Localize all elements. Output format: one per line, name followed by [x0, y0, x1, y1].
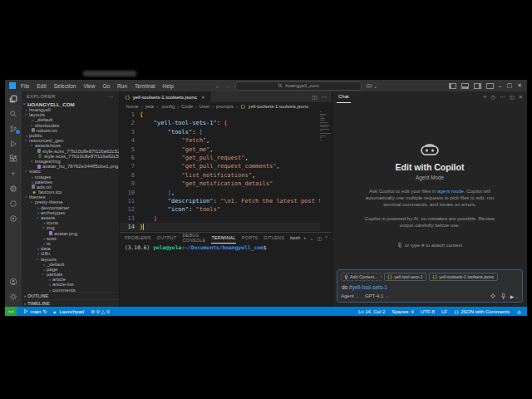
tools-icon[interactable]: [490, 293, 496, 299]
breadcrumb-item[interactable]: User: [200, 104, 209, 109]
back-icon[interactable]: ←: [215, 83, 221, 89]
menu-edit[interactable]: Edit: [37, 83, 46, 89]
maximize-panel-icon[interactable]: ^: [325, 235, 328, 240]
chevron-icon: ›: [32, 175, 33, 180]
chat-disclaimer: Copilot is powered by AI, so mistakes ar…: [358, 215, 501, 229]
split-editor-icon[interactable]: ◫: [312, 94, 317, 101]
open-in-editor-icon[interactable]: ◫: [509, 94, 514, 101]
text-cursor: [143, 224, 144, 230]
code-editor[interactable]: 1{2 "yell-tool-sets-1": {3 "tools": [4 "…: [120, 110, 332, 232]
paperclip-icon: [397, 242, 402, 249]
git-branch-item[interactable]: main ↻: [23, 308, 47, 314]
breadcrumb-file[interactable]: yell-toolsets-1.toolsets.jsonc: [249, 104, 309, 109]
toggle-primary-sidebar-icon[interactable]: [449, 83, 456, 89]
close-chat-icon[interactable]: ✕: [519, 94, 523, 101]
shell-label[interactable]: bash: [290, 235, 300, 240]
toggle-panel-icon[interactable]: [461, 83, 469, 89]
status-bar-right: Ln 14, Col 2 Spaces: 4 UTF-8 LF {}JSON w…: [358, 308, 522, 315]
new-terminal-icon[interactable]: +: [303, 235, 307, 240]
workspace-root-folder[interactable]: › HOANGYELL_COM: [22, 101, 119, 107]
command-center: ← → hoangyell_com ⌄: [215, 81, 377, 90]
close-tab-icon[interactable]: ✕: [201, 95, 205, 100]
problems-item[interactable]: ⊘0△0: [91, 308, 109, 314]
settings-gear-icon[interactable]: [9, 292, 18, 301]
minimap[interactable]: [320, 111, 331, 141]
restore-button[interactable]: ▢: [507, 82, 513, 89]
extensions-icon[interactable]: [9, 154, 18, 163]
mode-picker[interactable]: Agent⌄: [341, 293, 359, 298]
outline-section[interactable]: › OUTLINE: [22, 292, 119, 299]
file-icon: [32, 128, 35, 132]
timeline-section[interactable]: › TIMELINE: [22, 299, 119, 307]
explorer-icon[interactable]: [9, 94, 18, 103]
breadcrumb-item[interactable]: prompts: [216, 104, 234, 109]
chevron-icon: ›: [42, 273, 47, 275]
menu-selection[interactable]: Selection: [54, 83, 76, 89]
workspace-name: hoangyell_com: [285, 83, 318, 88]
agent-mode-link[interactable]: agent mode: [437, 189, 464, 194]
circle-view-icon-1[interactable]: [9, 199, 18, 208]
notifications-bell-icon[interactable]: [516, 308, 522, 315]
forward-icon[interactable]: →: [225, 83, 231, 89]
context-pill-yell-toolsets-1.toolsets.jsonc[interactable]: {}yell-toolsets-1.toolsets.jsonc: [429, 273, 498, 281]
chevron-icon: ›: [43, 220, 45, 225]
new-chat-icon[interactable]: +: [483, 94, 486, 100]
account-icon[interactable]: [9, 277, 18, 286]
terminal[interactable]: (3.10.6) yela@yela:~/Documents/hoangyell…: [120, 243, 332, 307]
search-icon: [278, 83, 283, 88]
source-control-icon[interactable]: [9, 124, 18, 133]
minimize-button[interactable]: –: [499, 83, 502, 89]
toolset-reference: #yell-tool-sets-1: [349, 284, 387, 290]
file-icon: {}: [37, 154, 42, 158]
menu-view[interactable]: View: [83, 83, 95, 89]
breadcrumb-item[interactable]: Code: [181, 104, 193, 109]
more-actions-icon[interactable]: ⋯: [500, 94, 505, 101]
launchpad-item[interactable]: ▲Launchpad: [53, 309, 84, 314]
code-line-13: 13 }: [120, 214, 320, 223]
chevron-icon: ›: [43, 241, 45, 246]
filled-circle-view-icon[interactable]: [9, 184, 18, 193]
search-view-icon[interactable]: [9, 109, 18, 118]
more-actions-icon[interactable]: ⋯: [109, 94, 114, 99]
close-button[interactable]: ✕: [517, 82, 522, 89]
chevron-icon: ›: [24, 140, 29, 141]
terminal-dropdown-icon[interactable]: ⌄: [310, 235, 314, 241]
split-terminal-icon[interactable]: ◫: [318, 235, 323, 241]
cursor-position-item[interactable]: Ln 14, Col 2: [358, 309, 385, 314]
terminal-prompt: (3.10.6) yela@yela:~/Documents/hoangyell…: [125, 244, 332, 250]
run-debug-icon[interactable]: [9, 139, 18, 148]
menu-run[interactable]: Run: [117, 83, 127, 89]
context-pill-yell-tool-sets-1[interactable]: {}yell-tool-sets-1: [384, 273, 426, 281]
language-mode-item[interactable]: {}JSON with Comments: [454, 309, 510, 314]
chat-history-icon[interactable]: ◷: [490, 94, 495, 101]
menu-go[interactable]: Go: [102, 83, 110, 89]
eol-item[interactable]: LF: [441, 309, 447, 314]
add-context-button[interactable]: Add Context...: [341, 273, 382, 281]
chevron-icon: ›: [36, 217, 41, 219]
tab-chat[interactable]: Chat: [337, 91, 351, 103]
menu-help[interactable]: Help: [163, 83, 174, 89]
chevron-icon: ›: [49, 282, 51, 287]
model-picker[interactable]: GPT-4.1⌄: [365, 293, 389, 298]
customize-layout-icon[interactable]: [486, 83, 494, 89]
chat-input-text[interactable]: do #yell-tool-sets-1: [342, 284, 518, 290]
circle-view-icon-2[interactable]: [9, 214, 18, 223]
breadcrumb-item[interactable]: .config: [160, 104, 175, 109]
remote-indicator[interactable]: ><: [5, 307, 17, 316]
copilot-menu-button[interactable]: ⌄: [366, 83, 377, 89]
indentation-item[interactable]: Spaces: 4: [392, 309, 414, 314]
breadcrumb-item[interactable]: yela: [145, 104, 154, 109]
more-actions-icon[interactable]: ⋯: [322, 94, 328, 101]
tab-yell-toolsets-jsonc[interactable]: {} yell-toolsets-1.toolsets.jsonc ✕: [120, 91, 211, 102]
encoding-item[interactable]: UTF-8: [421, 309, 435, 314]
command-center-search[interactable]: hoangyell_com: [235, 81, 362, 91]
menu-terminal[interactable]: Terminal: [135, 83, 155, 89]
send-button[interactable]: ▶ ⌄: [510, 293, 519, 299]
chat-input-box[interactable]: Add Context... {}yell-tool-sets-1{}yell-…: [337, 269, 523, 303]
plus-view-icon[interactable]: +: [9, 169, 18, 178]
microphone-icon[interactable]: [500, 293, 506, 299]
breadcrumb-item[interactable]: home: [126, 104, 139, 109]
sidebar-title: EXPLORER: [27, 94, 56, 99]
toggle-secondary-sidebar-icon[interactable]: [474, 83, 481, 89]
menu-file[interactable]: File: [21, 83, 29, 89]
